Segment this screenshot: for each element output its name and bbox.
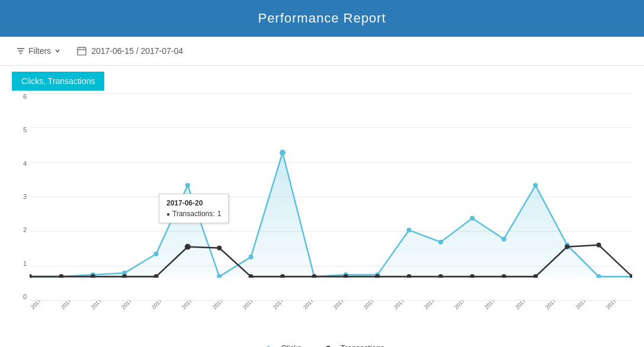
x-axis-labels: 2017-06-15 2017-06-16 2017-06-17 2017-06… bbox=[12, 300, 632, 339]
transaction-dot bbox=[30, 274, 32, 278]
page-title: Performance Report bbox=[258, 11, 386, 25]
chart-section: Clicks, Transactions 6 5 4 3 2 1 0 bbox=[0, 66, 644, 347]
calendar-icon bbox=[77, 46, 86, 56]
click-dot bbox=[280, 150, 286, 156]
transaction-dot bbox=[217, 246, 222, 250]
click-dot bbox=[533, 183, 538, 188]
filter-icon bbox=[17, 47, 25, 55]
click-dot bbox=[501, 237, 506, 242]
legend-transactions: Transactions bbox=[319, 343, 385, 347]
transactions-label: Transactions bbox=[341, 343, 385, 347]
clicks-area bbox=[30, 153, 632, 277]
click-dot bbox=[406, 228, 411, 233]
chart-container[interactable]: 6 5 4 3 2 1 0 bbox=[12, 93, 632, 300]
transactions-legend-icon bbox=[319, 345, 337, 348]
date-range-text: 2017-06-15 / 2017-07-04 bbox=[91, 46, 183, 56]
click-dot bbox=[249, 255, 254, 259]
filters-label: Filters bbox=[28, 46, 51, 56]
date-range: 2017-06-15 / 2017-07-04 bbox=[77, 46, 183, 56]
header: Performance Report bbox=[0, 0, 644, 37]
chevron-down-icon bbox=[55, 48, 60, 54]
toolbar: Filters 2017-06-15 / 2017-07-04 bbox=[0, 37, 644, 66]
line-chart[interactable] bbox=[30, 93, 632, 278]
transaction-dot bbox=[565, 245, 569, 249]
click-dot bbox=[185, 183, 190, 188]
click-dot bbox=[438, 240, 443, 245]
transaction-dot bbox=[59, 274, 63, 278]
transaction-dot bbox=[597, 243, 601, 248]
chart-title-bar: Clicks, Transactions bbox=[12, 72, 104, 91]
click-dot bbox=[153, 252, 158, 256]
transaction-dot-active bbox=[185, 244, 191, 250]
clicks-label: Clicks bbox=[281, 343, 302, 347]
svg-rect-3 bbox=[78, 47, 86, 55]
click-dot bbox=[470, 216, 475, 220]
chart-legend: Clicks Transactions bbox=[12, 339, 632, 347]
filters-button[interactable]: Filters bbox=[12, 44, 65, 58]
clicks-legend-icon bbox=[259, 345, 277, 348]
legend-clicks: Clicks bbox=[259, 343, 302, 347]
y-axis: 6 5 4 3 2 1 0 bbox=[12, 93, 30, 300]
